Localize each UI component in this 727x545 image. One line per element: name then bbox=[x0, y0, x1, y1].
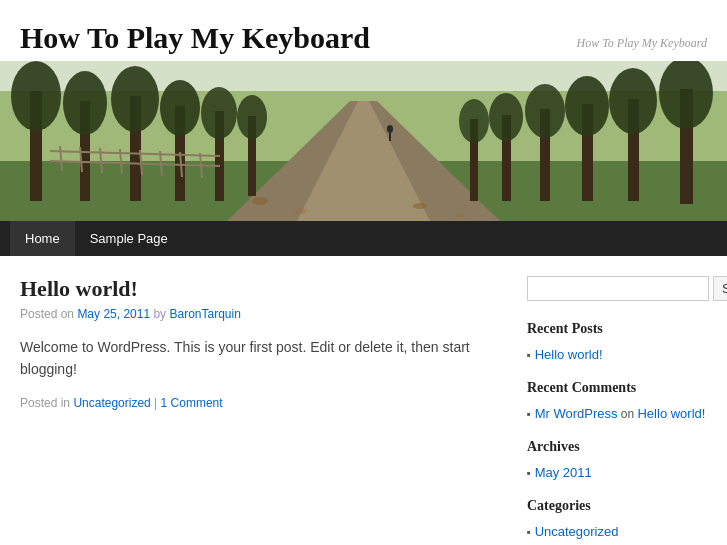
archives-heading: Archives bbox=[527, 439, 707, 455]
post-date-link[interactable]: May 25, 2011 bbox=[77, 307, 150, 321]
list-item: May 2011 bbox=[527, 463, 707, 482]
search-widget: Search bbox=[527, 276, 707, 301]
comment-author-link[interactable]: Mr WordPress bbox=[535, 406, 618, 421]
main-content: Hello world! Posted on May 25, 2011 by B… bbox=[20, 276, 507, 545]
list-item: Uncategorized bbox=[527, 522, 707, 541]
svg-point-27 bbox=[489, 93, 523, 141]
post-author-prefix: by bbox=[153, 307, 169, 321]
search-input[interactable] bbox=[527, 276, 709, 301]
post-footer: Posted in Uncategorized | 1 Comment bbox=[20, 396, 507, 410]
svg-point-42 bbox=[252, 197, 268, 205]
post-comments-link[interactable]: 1 Comment bbox=[161, 396, 223, 410]
post-content: Welcome to WordPress. This is your first… bbox=[20, 336, 507, 381]
sidebar: Search Recent Posts Hello world! Recent … bbox=[527, 276, 707, 545]
svg-point-21 bbox=[609, 68, 657, 134]
nav-item-home[interactable]: Home bbox=[10, 221, 75, 256]
archive-link[interactable]: May 2011 bbox=[535, 465, 592, 480]
svg-point-13 bbox=[160, 80, 200, 136]
recent-posts-list: Hello world! bbox=[527, 345, 707, 364]
svg-point-11 bbox=[111, 66, 159, 132]
hero-image bbox=[0, 61, 727, 221]
categories-list: Uncategorized bbox=[527, 522, 707, 541]
svg-point-45 bbox=[455, 214, 465, 218]
svg-point-43 bbox=[294, 208, 306, 214]
post: Hello world! Posted on May 25, 2011 by B… bbox=[20, 276, 507, 410]
main-nav: Home Sample Page bbox=[0, 221, 727, 256]
svg-point-7 bbox=[11, 61, 61, 131]
svg-point-25 bbox=[525, 84, 565, 138]
comment-on-text: on bbox=[621, 407, 638, 421]
recent-post-link[interactable]: Hello world! bbox=[535, 347, 603, 362]
post-title: Hello world! bbox=[20, 276, 507, 302]
nav-link-sample[interactable]: Sample Page bbox=[75, 221, 183, 256]
svg-rect-41 bbox=[389, 133, 391, 141]
recent-comments-list: Mr WordPress on Hello world! bbox=[527, 404, 707, 423]
svg-point-9 bbox=[63, 71, 107, 135]
post-meta: Posted on May 25, 2011 by BaronTarquin bbox=[20, 307, 507, 321]
recent-posts-widget: Recent Posts Hello world! bbox=[527, 321, 707, 364]
svg-point-44 bbox=[413, 203, 427, 209]
archives-list: May 2011 bbox=[527, 463, 707, 482]
nav-item-sample[interactable]: Sample Page bbox=[75, 221, 183, 256]
categories-widget: Categories Uncategorized bbox=[527, 498, 707, 541]
svg-point-17 bbox=[237, 95, 267, 139]
svg-point-15 bbox=[201, 87, 237, 139]
post-footer-prefix: Posted in bbox=[20, 396, 73, 410]
svg-point-23 bbox=[565, 76, 609, 136]
recent-comments-widget: Recent Comments Mr WordPress on Hello wo… bbox=[527, 380, 707, 423]
search-button[interactable]: Search bbox=[713, 276, 727, 301]
post-author-link[interactable]: BaronTarquin bbox=[169, 307, 240, 321]
archives-widget: Archives May 2011 bbox=[527, 439, 707, 482]
categories-heading: Categories bbox=[527, 498, 707, 514]
category-link[interactable]: Uncategorized bbox=[535, 524, 619, 539]
post-meta-prefix: Posted on bbox=[20, 307, 77, 321]
svg-point-40 bbox=[387, 125, 393, 133]
post-category-link[interactable]: Uncategorized bbox=[73, 396, 150, 410]
svg-point-29 bbox=[459, 99, 489, 143]
comment-item: Mr WordPress on Hello world! bbox=[535, 406, 706, 421]
recent-posts-heading: Recent Posts bbox=[527, 321, 707, 337]
recent-comments-heading: Recent Comments bbox=[527, 380, 707, 396]
list-item: Mr WordPress on Hello world! bbox=[527, 404, 707, 423]
comment-post-link[interactable]: Hello world! bbox=[637, 406, 705, 421]
list-item: Hello world! bbox=[527, 345, 707, 364]
nav-link-home[interactable]: Home bbox=[10, 221, 75, 256]
